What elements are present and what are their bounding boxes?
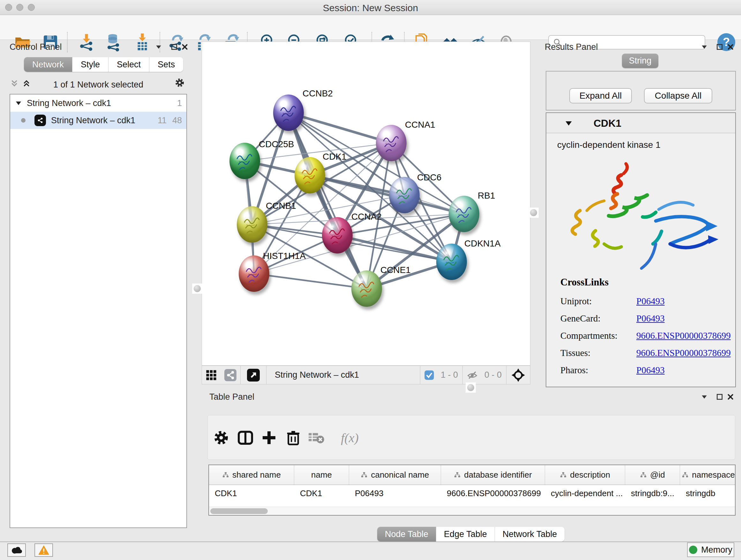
gene-details-box: CDK1 cyclin-dependent kinase 1	[546, 112, 736, 387]
node-CCNB2[interactable]	[273, 95, 304, 131]
birds-eye-view-button[interactable]	[507, 366, 530, 384]
open-view-button[interactable]	[241, 366, 266, 384]
crosslink-link[interactable]: 9606.ENSP00000378699	[636, 330, 731, 341]
collapse-triangle-icon[interactable]	[15, 100, 22, 106]
import-database-icon	[104, 33, 123, 51]
tab-edge-table[interactable]: Edge Table	[436, 527, 495, 542]
grid-view-button[interactable]	[202, 366, 220, 384]
table-horizontal-scrollbar[interactable]	[209, 507, 735, 515]
network-options-gear-icon[interactable]	[175, 78, 185, 87]
results-panel-menu-icon[interactable]	[699, 42, 709, 52]
tab-sets[interactable]: Sets	[149, 57, 183, 72]
left-splitter-handle[interactable]	[192, 284, 202, 294]
hidden-eye-icon	[467, 369, 478, 381]
edge-CCNB2-CCNE1[interactable]	[288, 113, 367, 289]
table-cell[interactable]: CDK1	[209, 485, 294, 502]
tab-string-results[interactable]: String	[622, 54, 658, 68]
node-label-HIST1H1A: HIST1H1A	[263, 251, 306, 261]
table-panel-float-icon[interactable]	[715, 392, 724, 401]
tab-network[interactable]: Network	[24, 57, 72, 72]
node-RB1[interactable]	[449, 196, 479, 232]
warnings-button[interactable]	[35, 543, 53, 557]
delete-column-button[interactable]	[283, 428, 304, 448]
control-panel-menu-icon[interactable]	[154, 42, 163, 52]
node-table[interactable]: shared namenamecanonical namedatabase id…	[208, 464, 736, 516]
grid-icon	[206, 370, 217, 381]
table-panel-menu-icon[interactable]	[699, 392, 709, 401]
column-type-icon	[560, 472, 567, 478]
collapse-all-button[interactable]: Collapse All	[644, 88, 712, 104]
hidden-elements-button[interactable]	[463, 366, 482, 384]
node-label-CDC6: CDC6	[417, 172, 441, 183]
column-header-id[interactable]: @id	[625, 465, 680, 485]
import-table-icon	[133, 33, 151, 51]
protein-squiggle-icon	[229, 143, 260, 179]
string-network-icon	[35, 115, 46, 126]
results-panel-float-icon[interactable]	[715, 42, 724, 52]
column-header-sharedname[interactable]: shared name	[209, 465, 294, 485]
table-row[interactable]: CDK1CDK1P064939606.ENSP00000378699cyclin…	[209, 485, 735, 502]
control-panel-float-icon[interactable]	[170, 42, 179, 52]
import-network-database-button[interactable]	[104, 33, 123, 52]
node-CDK1[interactable]	[294, 157, 325, 193]
column-header-description[interactable]: description	[545, 465, 625, 485]
import-network-file-button[interactable]	[77, 33, 96, 52]
tab-select[interactable]: Select	[109, 57, 149, 72]
network-row[interactable]: String Network – cdk1 11 48	[10, 112, 186, 129]
control-panel-close-icon[interactable]	[180, 42, 190, 52]
column-header-name[interactable]: name	[294, 465, 349, 485]
scrollbar-thumb[interactable]	[210, 508, 268, 514]
edge-CCNA2-CDKN1A[interactable]	[337, 235, 452, 262]
edge-HIST1H1A-CCNE1[interactable]	[254, 273, 367, 289]
node-CCNB1[interactable]	[237, 206, 267, 243]
crosslink-row: Compartments:9606.ENSP00000378699	[560, 327, 731, 344]
network-canvas[interactable]: CCNB2CCNA1CDC25BCDK1CDC6RB1CCNB1CCNA2CDK…	[202, 42, 530, 366]
network-collection-row[interactable]: String Network – cdk1 1	[10, 95, 186, 112]
selected-nodes-checkbox[interactable]	[420, 366, 438, 384]
table-cell[interactable]: CDK1	[294, 485, 349, 502]
table-cell[interactable]: stringdb	[680, 485, 736, 502]
cloud-status-button[interactable]	[7, 543, 26, 557]
column-header-namespace[interactable]: namespace	[680, 465, 736, 485]
tab-style[interactable]: Style	[72, 57, 109, 72]
crosslink-link[interactable]: P06493	[636, 296, 665, 307]
table-cell[interactable]: stringdb:9...	[625, 485, 680, 502]
tab-network-table[interactable]: Network Table	[495, 527, 565, 542]
collapse-triangle-icon[interactable]	[565, 119, 572, 127]
right-splitter-handle[interactable]	[529, 207, 539, 218]
node-CDC6[interactable]	[389, 177, 420, 213]
tab-node-table[interactable]: Node Table	[377, 527, 436, 542]
import-table-button[interactable]	[133, 33, 152, 52]
crosslink-link[interactable]: P06493	[636, 365, 665, 375]
memory-button[interactable]: Memory	[687, 543, 734, 557]
fx-icon: f(x)	[341, 430, 359, 445]
node-label-CCNA1: CCNA1	[405, 120, 435, 130]
column-header-databaseidentifier[interactable]: database identifier	[441, 465, 545, 485]
node-CDKN1A[interactable]	[436, 244, 467, 280]
show-columns-button[interactable]	[235, 428, 256, 448]
node-CCNA2[interactable]	[322, 217, 353, 253]
network-share-button[interactable]	[220, 366, 240, 384]
table-settings-button[interactable]	[211, 428, 231, 448]
table-cell[interactable]: cyclin-dependent ...	[545, 485, 625, 502]
table-cell[interactable]: P06493	[349, 485, 441, 502]
column-header-canonicalname[interactable]: canonical name	[349, 465, 441, 485]
column-header-label: canonical name	[371, 470, 429, 480]
results-panel-close-icon[interactable]	[726, 42, 735, 52]
network-edge-count: 48	[172, 116, 182, 125]
function-builder-button[interactable]: f(x)	[332, 428, 367, 448]
node-CCNE1[interactable]	[351, 270, 382, 307]
create-column-button[interactable]	[259, 428, 279, 448]
crosslink-link[interactable]: P06493	[636, 313, 665, 324]
expand-all-button[interactable]: Expand All	[569, 88, 632, 104]
gene-header-row[interactable]: CDK1	[546, 113, 735, 133]
delete-table-button[interactable]	[306, 428, 327, 448]
table-header-row: shared namenamecanonical namedatabase id…	[209, 465, 735, 485]
node-CDC25B[interactable]	[229, 143, 260, 179]
table-panel-close-icon[interactable]	[726, 392, 735, 401]
table-cell[interactable]: 9606.ENSP00000378699	[441, 485, 545, 502]
memory-label: Memory	[701, 545, 732, 555]
crosslink-link[interactable]: 9606.ENSP00000378699	[636, 348, 731, 358]
node-CCNA1[interactable]	[376, 125, 407, 161]
bottom-splitter-handle[interactable]	[466, 382, 476, 393]
